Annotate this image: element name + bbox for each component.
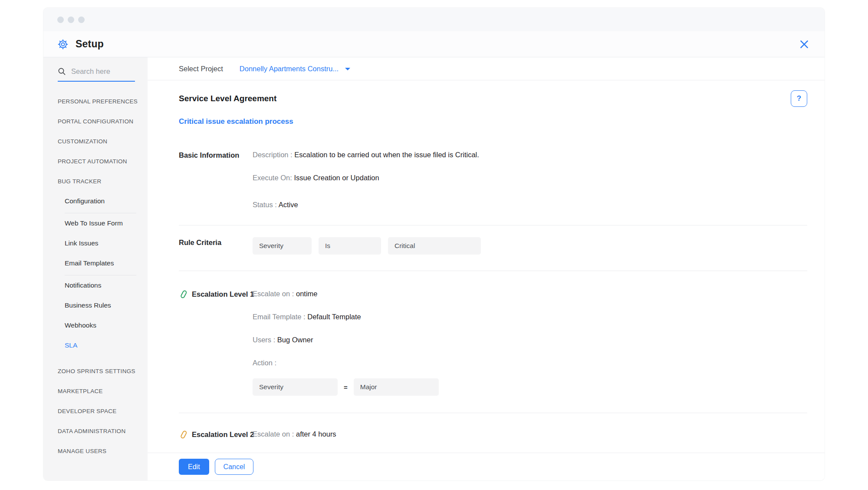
main-panel: Select Project Donnelly Apartments Const… <box>148 57 825 480</box>
status-row: Status : Active <box>253 200 807 209</box>
users-row: Users : Bug Owner <box>253 335 807 344</box>
escalate-on-row-2: Escalate on : after 4 hours <box>253 429 807 439</box>
sidebar-item-notifications[interactable]: Notifications <box>58 275 148 295</box>
sidebar-item-developer-space[interactable]: DEVELOPER SPACE <box>58 401 148 421</box>
sidebar-item-customization[interactable]: CUSTOMIZATION <box>58 131 148 151</box>
project-bar: Select Project Donnelly Apartments Const… <box>148 57 825 80</box>
sidebar-menu: PERSONAL PREFERENCES PORTAL CONFIGURATIO… <box>58 91 148 461</box>
page-title: Service Level Agreement <box>179 94 276 103</box>
escalate-on-label: Escalate on : <box>253 290 296 298</box>
status-label: Status : <box>253 201 279 209</box>
close-button[interactable] <box>798 38 811 51</box>
select-project-label: Select Project <box>179 65 223 73</box>
sidebar-item-zoho-sprints-settings[interactable]: ZOHO SPRINTS SETTINGS <box>58 361 148 381</box>
escalation-level-2-icon <box>179 430 188 440</box>
section-divider <box>179 271 807 271</box>
window-dot-icon <box>68 17 74 23</box>
project-select-dropdown[interactable]: Donnelly Apartments Constru... <box>240 65 350 73</box>
question-mark-icon: ? <box>797 94 801 103</box>
equals-operator: = <box>344 384 348 391</box>
sidebar-item-personal-preferences[interactable]: PERSONAL PREFERENCES <box>58 91 148 111</box>
action-field-box: Severity <box>253 378 338 396</box>
escalate-on-row: Escalate on : ontime <box>253 289 807 298</box>
help-button[interactable]: ? <box>791 90 807 107</box>
execute-on-row: Execute On: Issue Creation or Updation <box>253 173 807 182</box>
setup-header: Setup <box>43 31 825 57</box>
search-input[interactable] <box>70 67 132 76</box>
escalation-level-1-section: Escalation Level 1 Escalate on : ontime … <box>179 289 807 396</box>
email-template-row: Email Template : Default Template <box>253 312 807 321</box>
sidebar-item-web-to-issue-form[interactable]: Web To Issue Form <box>58 213 148 233</box>
sidebar-item-webhooks[interactable]: Webhooks <box>58 315 148 335</box>
description-label: Description : <box>253 151 294 159</box>
description-row: Description : Escalation to be carried o… <box>253 150 807 159</box>
window-dot-icon <box>57 17 64 23</box>
sidebar-item-configuration[interactable]: Configuration <box>58 191 148 211</box>
sidebar-item-portal-configuration[interactable]: PORTAL CONFIGURATION <box>58 111 148 131</box>
section-title-escalation-level-2: Escalation Level 2 <box>192 429 254 440</box>
users-label: Users : <box>253 336 277 344</box>
gear-icon <box>57 39 69 50</box>
rule-condition-box: Is <box>319 237 381 255</box>
action-row: Action : <box>253 358 807 368</box>
setup-window: Setup PERSONAL PREFERENCES PORTA <box>43 8 825 480</box>
close-icon <box>799 39 810 50</box>
sidebar-item-link-issues[interactable]: Link Issues <box>58 233 148 253</box>
email-template-value: Default Template <box>307 313 361 321</box>
sidebar-item-business-rules[interactable]: Business Rules <box>58 295 148 315</box>
section-title-basic-information: Basic Information <box>179 150 253 160</box>
section-title-rule-criteria: Rule Criteria <box>179 237 253 248</box>
sidebar-search[interactable] <box>58 67 135 82</box>
escalate-on-value: ontime <box>296 290 318 298</box>
rule-criteria-section: Rule Criteria Severity Is Critical <box>179 237 807 255</box>
sla-rule-link[interactable]: Critical issue escalation process <box>179 117 293 126</box>
action-label: Action : <box>253 359 276 367</box>
escalation-level-1-icon <box>179 289 188 299</box>
status-value: Active <box>279 201 298 209</box>
sidebar-item-manage-users[interactable]: MANAGE USERS <box>58 441 148 461</box>
chevron-down-icon <box>345 68 350 70</box>
selected-project-name: Donnelly Apartments Constru... <box>240 65 339 73</box>
app-title: Setup <box>76 38 104 50</box>
search-icon <box>58 67 66 76</box>
sidebar-item-data-administration[interactable]: DATA ADMINISTRATION <box>58 421 148 441</box>
escalate-on-value-2: after 4 hours <box>296 430 336 438</box>
action-footer: Edit Cancel <box>148 453 825 480</box>
rule-field-box: Severity <box>253 237 312 255</box>
sidebar-item-email-templates[interactable]: Email Templates <box>58 253 148 273</box>
description-value: Escalation to be carried out when the is… <box>294 151 479 159</box>
execute-on-value: Issue Creation or Updation <box>294 174 379 182</box>
rule-value-box: Critical <box>388 237 481 255</box>
edit-button[interactable]: Edit <box>179 459 209 475</box>
section-title-escalation-level-1: Escalation Level 1 <box>192 289 254 299</box>
section-divider <box>179 413 807 413</box>
sidebar-item-project-automation[interactable]: PROJECT AUTOMATION <box>58 151 148 171</box>
window-dot-icon <box>78 17 85 23</box>
section-divider <box>179 225 807 225</box>
escalate-on-label-2: Escalate on : <box>253 430 296 438</box>
window-title-bar <box>43 8 825 31</box>
execute-on-label: Execute On: <box>253 174 294 182</box>
action-value-box: Major <box>354 378 439 396</box>
email-template-label: Email Template : <box>253 313 307 321</box>
sidebar-item-bug-tracker[interactable]: BUG TRACKER <box>58 171 148 191</box>
sidebar-item-marketplace[interactable]: MARKETPLACE <box>58 381 148 401</box>
users-value: Bug Owner <box>277 336 313 344</box>
sla-content: Service Level Agreement ? Critical issue… <box>148 80 825 453</box>
sidebar-item-sla[interactable]: SLA <box>58 335 148 355</box>
basic-information-section: Basic Information Description : Escalati… <box>179 150 807 209</box>
escalation-level-2-section: Escalation Level 2 Escalate on : after 4… <box>179 429 807 440</box>
setup-sidebar: PERSONAL PREFERENCES PORTAL CONFIGURATIO… <box>43 57 148 480</box>
cancel-button[interactable]: Cancel <box>215 459 254 475</box>
